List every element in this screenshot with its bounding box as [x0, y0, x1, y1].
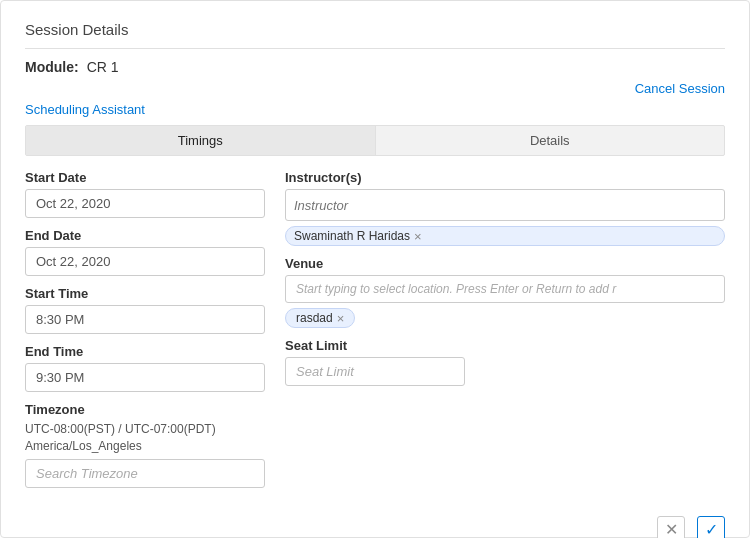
end-time-label: End Time [25, 344, 265, 359]
tabs-bar: Timings Details [25, 125, 725, 156]
instructor-search-input[interactable] [294, 198, 716, 213]
right-column: Instructor(s) Swaminath R Haridas × Venu… [285, 170, 725, 498]
timezone-group: Timezone UTC-08:00(PST) / UTC-07:00(PDT)… [25, 402, 265, 488]
end-date-label: End Date [25, 228, 265, 243]
venue-label: Venue [285, 256, 725, 271]
form-area: Start Date End Date Start Time End Time … [25, 170, 725, 498]
instructors-group: Instructor(s) Swaminath R Haridas × [285, 170, 725, 246]
start-date-input[interactable] [25, 189, 265, 218]
timezone-text: UTC-08:00(PST) / UTC-07:00(PDT) America/… [25, 421, 265, 455]
module-label: Module: [25, 59, 79, 75]
start-date-group: Start Date [25, 170, 265, 218]
venue-tags-row: rasdad × [285, 308, 725, 328]
timezone-label: Timezone [25, 402, 265, 417]
left-column: Start Date End Date Start Time End Time … [25, 170, 265, 498]
end-time-group: End Time [25, 344, 265, 392]
instructor-tag: Swaminath R Haridas × [285, 226, 725, 246]
tab-details[interactable]: Details [376, 126, 725, 155]
tab-timings[interactable]: Timings [26, 126, 376, 155]
seat-limit-input[interactable] [285, 357, 465, 386]
cancel-session-link[interactable]: Cancel Session [635, 81, 725, 96]
start-time-label: Start Time [25, 286, 265, 301]
cancel-button[interactable]: ✕ [657, 516, 685, 538]
instructor-tag-remove[interactable]: × [414, 230, 422, 243]
start-time-group: Start Time [25, 286, 265, 334]
instructor-tags-row: Swaminath R Haridas × [285, 226, 725, 246]
instructors-input-wrapper[interactable] [285, 189, 725, 221]
module-row: Module: CR 1 [25, 59, 725, 75]
timezone-search-input[interactable] [25, 459, 265, 488]
section-title: Session Details [25, 21, 725, 49]
instructors-label: Instructor(s) [285, 170, 725, 185]
cancel-row: Cancel Session [25, 81, 725, 96]
start-time-input[interactable] [25, 305, 265, 334]
module-value: CR 1 [87, 59, 119, 75]
end-date-input[interactable] [25, 247, 265, 276]
venue-tag: rasdad × [285, 308, 355, 328]
venue-tag-remove[interactable]: × [337, 312, 345, 325]
venue-input[interactable] [285, 275, 725, 303]
confirm-button[interactable]: ✓ [697, 516, 725, 538]
scheduling-assistant-link[interactable]: Scheduling Assistant [25, 102, 725, 117]
end-time-input[interactable] [25, 363, 265, 392]
start-date-label: Start Date [25, 170, 265, 185]
end-date-group: End Date [25, 228, 265, 276]
footer-actions: ✕ ✓ [25, 508, 725, 538]
session-details-container: Session Details Module: CR 1 Cancel Sess… [0, 0, 750, 538]
venue-group: Venue rasdad × [285, 256, 725, 328]
seat-limit-group: Seat Limit [285, 338, 725, 386]
seat-limit-label: Seat Limit [285, 338, 725, 353]
